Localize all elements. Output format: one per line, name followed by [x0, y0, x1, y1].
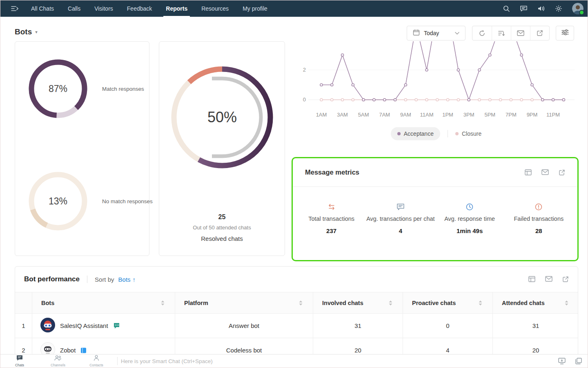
sort-by-label: Sort by: [95, 276, 114, 283]
chart-legend: Acceptance Closure: [292, 127, 580, 140]
column-header-attended-chats[interactable]: Attended chats: [493, 292, 578, 313]
attended-chats-cell: 31: [493, 314, 578, 338]
bot-performance-header: Bot performance Sort by Bots ↑: [15, 267, 578, 292]
column-header-proactive-chats[interactable]: Proactive chats: [403, 292, 493, 313]
mail-icon[interactable]: [511, 26, 530, 40]
contacts-icon: [94, 355, 99, 363]
calendar-icon: [413, 29, 420, 37]
avatar[interactable]: [572, 3, 584, 14]
x-tick-label: 7PM: [500, 112, 521, 118]
nav-item-calls[interactable]: Calls: [68, 0, 80, 17]
x-tick-label: 3PM: [458, 112, 479, 118]
message-metrics-body: Total transactions 237 Avg. transactions…: [293, 187, 577, 234]
chat-bubble-icon: [396, 202, 405, 211]
sort-by-bots-link[interactable]: Bots ↑: [118, 276, 136, 283]
message-metrics-actions: [525, 169, 565, 176]
x-tick-label: 7AM: [374, 112, 395, 118]
resolved-summary: 25 Out of 50 attended chats Resolved cha…: [159, 213, 285, 242]
metric-avg-response-time: Avg. response time 1min 49s: [435, 202, 504, 234]
smart-chat-input[interactable]: [121, 358, 558, 364]
column-header-involved-chats[interactable]: Involved chats: [313, 292, 403, 313]
dock-contacts[interactable]: Contacts: [77, 355, 116, 368]
smart-chat-actions: [558, 358, 588, 364]
proactive-chats-cell: 0: [403, 314, 493, 338]
caret-down-icon: ▾: [35, 29, 38, 35]
bot-name: SalesIQ Assistant: [60, 322, 108, 329]
x-tick-label: 5AM: [353, 112, 374, 118]
match-percent: 87%: [27, 58, 89, 119]
dock-chats[interactable]: Chats: [0, 355, 39, 368]
dock-channels[interactable]: Channels: [39, 355, 77, 368]
sort-icon: [388, 300, 393, 306]
chat-widget-badge-icon: [113, 322, 120, 329]
metric-failed-transactions: Failed transactions 28: [504, 202, 573, 234]
codeless-bot-badge-icon: [80, 347, 87, 354]
legend-closure[interactable]: Closure: [455, 130, 481, 137]
mail-icon[interactable]: [541, 169, 549, 176]
nav-item-my-profile[interactable]: My profile: [243, 0, 267, 17]
closure-dot-icon: [455, 132, 459, 135]
involved-chats-cell: 31: [313, 314, 403, 338]
clock-icon: [466, 202, 473, 211]
export-icon[interactable]: [530, 26, 549, 40]
sort-icon: [160, 300, 165, 306]
nav-item-reports[interactable]: Reports: [166, 0, 187, 17]
export-icon[interactable]: [559, 169, 565, 176]
page-title-text: Bots: [15, 27, 32, 36]
menu-collapse-icon[interactable]: [11, 5, 19, 12]
x-tick-label: 11PM: [543, 112, 564, 118]
x-tick-label: 1PM: [437, 112, 459, 118]
monitor-arrow-icon[interactable]: [558, 358, 566, 364]
bot-cell: SalesIQ Assistant: [32, 314, 175, 338]
date-filter-dropdown[interactable]: Today: [407, 26, 466, 40]
column-header-bots[interactable]: Bots: [32, 292, 175, 313]
table-row[interactable]: 1 SalesIQ Assistant Answer bot 31 0 31: [15, 314, 578, 338]
no-match-percent: 13%: [27, 171, 89, 232]
customize-columns-button[interactable]: [556, 26, 574, 40]
messages-icon[interactable]: [520, 5, 528, 12]
volume-icon[interactable]: [537, 5, 545, 12]
x-tick-label: 5PM: [479, 112, 501, 118]
resolved-percent: 50%: [169, 64, 275, 171]
nav-item-visitors[interactable]: Visitors: [94, 0, 113, 17]
date-filter-value: Today: [424, 30, 439, 36]
bot-avatar-salesiq: [40, 318, 55, 334]
nav-item-feedback[interactable]: Feedback: [127, 0, 152, 17]
response-match-card: 87% Match responses 13% No match respons…: [15, 41, 149, 256]
resolved-subtitle: Out of 50 attended chats: [159, 224, 285, 231]
stacked-docs-icon[interactable]: [575, 358, 582, 364]
table-icon[interactable]: [525, 169, 532, 176]
smart-chat-bar: Chats Channels Contacts: [0, 354, 588, 368]
failed-icon: [535, 202, 542, 211]
legend-acceptance[interactable]: Acceptance: [391, 127, 440, 140]
app-window: All Chats Calls Visitors Feedback Report…: [0, 0, 588, 368]
platform-cell: Answer bot: [175, 314, 313, 338]
sort-icon: [478, 300, 483, 306]
export-icon[interactable]: [562, 276, 569, 283]
column-header-platform[interactable]: Platform: [175, 292, 313, 313]
page-title[interactable]: Bots ▾: [15, 27, 38, 36]
filter-icon[interactable]: [492, 26, 511, 40]
dock-divider: [117, 357, 118, 365]
x-tick-label: 9PM: [521, 112, 543, 118]
refresh-icon[interactable]: [472, 26, 492, 40]
nav-item-resources[interactable]: Resources: [201, 0, 229, 17]
arrow-up-icon: ↑: [133, 276, 136, 283]
mail-icon[interactable]: [545, 276, 552, 283]
gear-icon[interactable]: [555, 5, 562, 12]
bot-name: Zobot: [60, 347, 76, 354]
x-tick-label: 9AM: [395, 112, 416, 118]
bot-performance-actions: [528, 276, 569, 283]
report-toolbar: [472, 26, 550, 40]
no-match-donut-chart: 13%: [27, 171, 89, 232]
search-icon[interactable]: [503, 5, 510, 12]
nav-item-all-chats[interactable]: All Chats: [31, 0, 54, 17]
resolved-chats-card: 50% 25 Out of 50 attended chats Resolved…: [159, 41, 285, 256]
message-metrics-card: Message metrics Total transactions 23: [292, 157, 579, 261]
metric-avg-transactions: Avg. transactions per chat 4: [366, 202, 435, 234]
chat-icon: [16, 355, 23, 363]
transfer-icon: [327, 202, 336, 211]
acceptance-dot-icon: [397, 132, 401, 135]
header-divider: [87, 276, 87, 283]
table-icon[interactable]: [528, 276, 535, 283]
